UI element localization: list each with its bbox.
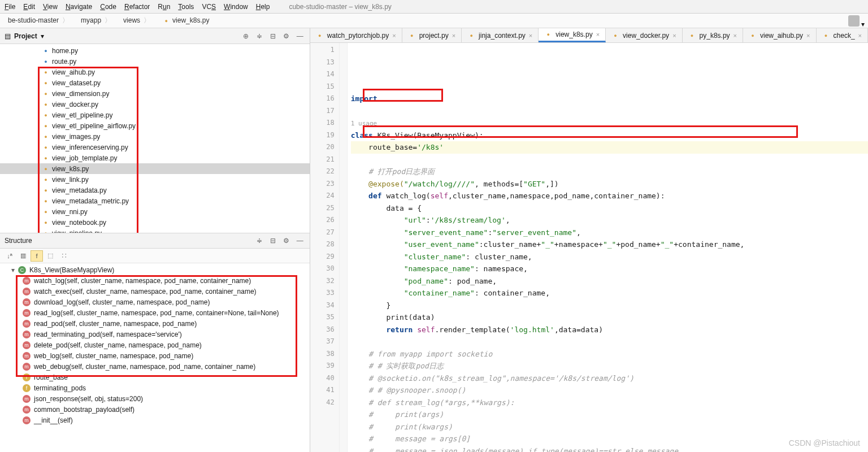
struct-method[interactable]: mread_pod(self, cluster_name, namespace,… [0, 318, 310, 329]
python-file-icon [42, 68, 50, 76]
python-file-icon [42, 144, 50, 151]
editor-tab[interactable]: py_k8s.py× [683, 28, 743, 42]
avatar-icon[interactable]: ▾ [848, 15, 865, 28]
fields-toggle[interactable]: f [31, 250, 43, 262]
project-label: Project [14, 32, 37, 40]
python-file-icon [42, 58, 50, 66]
tree-item[interactable]: view_metadata.py [0, 185, 310, 195]
editor-tab[interactable]: project.py× [402, 28, 462, 42]
close-icon[interactable]: × [529, 32, 532, 39]
struct-method[interactable]: mweb_log(self, cluster_name, namespace, … [0, 350, 310, 361]
struct-method[interactable]: mweb_debug(self, cluster_name, namespace… [0, 361, 310, 372]
menu-bar: File Edit View Navigate Code Refactor Ru… [0, 0, 868, 14]
menu-edit[interactable]: Edit [23, 3, 35, 11]
struct-method[interactable]: mread_log(self, cluster_name, namespace,… [0, 307, 310, 318]
editor-tab[interactable]: watch_pytorchjob.py× [310, 28, 402, 42]
menu-window[interactable]: Window [224, 3, 248, 11]
struct-member[interactable]: fterminating_pods [0, 383, 310, 393]
tree-item[interactable]: view_etl_pipeline_airflow.py [0, 120, 310, 131]
struct-member[interactable]: froute_base [0, 372, 310, 383]
close-icon[interactable]: × [672, 32, 676, 39]
code-editor[interactable]: import ...1 usageclass K8s_View(BaseMyap… [348, 43, 868, 452]
menu-help[interactable]: Help [256, 3, 270, 11]
menu-refactor[interactable]: Refactor [124, 3, 150, 11]
menu-view[interactable]: View [43, 3, 58, 11]
menu-file[interactable]: File [5, 3, 15, 11]
close-icon[interactable]: × [858, 32, 862, 39]
close-icon[interactable]: × [806, 32, 810, 39]
hide-icon[interactable]: — [295, 32, 305, 40]
inherited-toggle[interactable]: ⬚ [44, 250, 57, 262]
python-file-icon [42, 101, 50, 108]
collapse-icon[interactable]: ⊟ [268, 32, 278, 40]
tree-item[interactable]: view_etl_pipeline.py [0, 110, 310, 120]
python-file-icon [408, 32, 416, 40]
project-tool-icon[interactable]: ▤ [5, 32, 11, 40]
tree-item[interactable]: view_job_template.py [0, 153, 310, 163]
python-file-icon [42, 47, 50, 55]
struct-class[interactable]: ▾CK8s_View(BaseMyappView) [0, 264, 310, 275]
tree-toggle[interactable]: ⸬ [58, 250, 70, 262]
menu-navigate[interactable]: Navigate [66, 3, 92, 11]
struct-gear-icon[interactable]: ⚙ [281, 237, 292, 245]
sort-icon[interactable]: ↓ª [3, 250, 16, 262]
tree-item[interactable]: view_pipeline.py [0, 228, 310, 233]
struct-member[interactable]: m__init__(self) [0, 415, 310, 425]
struct-expand-icon[interactable]: ≑ [254, 237, 264, 245]
menu-code[interactable]: Code [100, 3, 116, 11]
locate-icon[interactable]: ⊕ [241, 32, 251, 40]
gear-icon[interactable]: ⚙ [281, 32, 292, 40]
struct-method[interactable]: mwatch_log(self, cluster_name, namespace… [0, 275, 310, 286]
struct-method[interactable]: mdownload_log(self, cluster_name, namesp… [0, 297, 310, 307]
tree-item[interactable]: route.py [0, 56, 310, 67]
editor-tab[interactable]: check_× [817, 28, 868, 42]
crumb-file[interactable]: view_k8s.py [158, 15, 218, 26]
struct-method[interactable]: mread_terminating_pod(self, namespace='s… [0, 329, 310, 340]
structure-header: Structure ≑ ⊟ ⚙ — [0, 233, 310, 249]
close-icon[interactable]: × [596, 31, 600, 38]
python-file-icon [316, 32, 324, 40]
tree-item[interactable]: view_dataset.py [0, 77, 310, 88]
project-tree[interactable]: home.pyroute.pyview_aihub.pyview_dataset… [0, 44, 310, 233]
struct-member[interactable]: mcommon_bootstrap_payload(self) [0, 404, 310, 415]
tree-item[interactable]: view_inferenceserving.py [0, 142, 310, 153]
struct-method[interactable]: mdelete_pod(self, cluster_name, namespac… [0, 340, 310, 350]
editor-tab[interactable]: view_docker.py× [606, 28, 682, 42]
expand-icon[interactable]: ≑ [254, 32, 264, 40]
tree-item[interactable]: view_images.py [0, 131, 310, 142]
python-file-icon [822, 32, 830, 40]
editor-tab[interactable]: jinja_context.py× [462, 28, 539, 42]
project-header: ▤ Project ▾ ⊕ ≑ ⊟ ⚙ — [0, 28, 310, 44]
crumb-root[interactable]: be-studio-master [3, 15, 74, 27]
crumb-views[interactable]: views [119, 15, 155, 27]
struct-method[interactable]: mwatch_exec(self, cluster_name, namespac… [0, 286, 310, 297]
tree-item[interactable]: view_k8s.py [0, 163, 310, 174]
struct-member[interactable]: mjson_response(self, obj, status=200) [0, 393, 310, 404]
tree-item[interactable]: view_docker.py [0, 99, 310, 110]
tree-item[interactable]: home.py [0, 45, 310, 56]
menu-vcs[interactable]: VCS [202, 3, 216, 11]
python-file-icon [467, 32, 475, 40]
tree-item[interactable]: view_metadata_metric.py [0, 195, 310, 206]
menu-run[interactable]: Run [158, 3, 170, 11]
menu-tools[interactable]: Tools [178, 3, 194, 11]
close-icon[interactable]: × [392, 32, 396, 39]
tree-item[interactable]: view_dimension.py [0, 88, 310, 99]
fold-column[interactable] [340, 43, 348, 452]
tree-item[interactable]: view_notebook.py [0, 217, 310, 228]
close-icon[interactable]: × [734, 32, 737, 39]
tree-item[interactable]: view_aihub.py [0, 67, 310, 77]
chevron-down-icon[interactable]: ▾ [41, 32, 44, 40]
breadcrumb: be-studio-master myapp views view_k8s.py… [0, 14, 868, 28]
struct-collapse-icon[interactable]: ⊟ [268, 237, 278, 245]
structure-tree[interactable]: ▾CK8s_View(BaseMyappView)mwatch_log(self… [0, 263, 310, 452]
tree-item[interactable]: view_link.py [0, 174, 310, 185]
editor-tab[interactable]: view_k8s.py× [539, 28, 606, 42]
struct-hide-icon[interactable]: — [295, 237, 305, 245]
python-file-icon [749, 32, 757, 40]
editor-tab[interactable]: view_aihub.py× [743, 28, 817, 42]
crumb-myapp[interactable]: myapp [76, 15, 116, 27]
tree-item[interactable]: view_nni.py [0, 206, 310, 217]
filter-icon[interactable]: ▥ [17, 250, 29, 262]
close-icon[interactable]: × [452, 32, 455, 39]
